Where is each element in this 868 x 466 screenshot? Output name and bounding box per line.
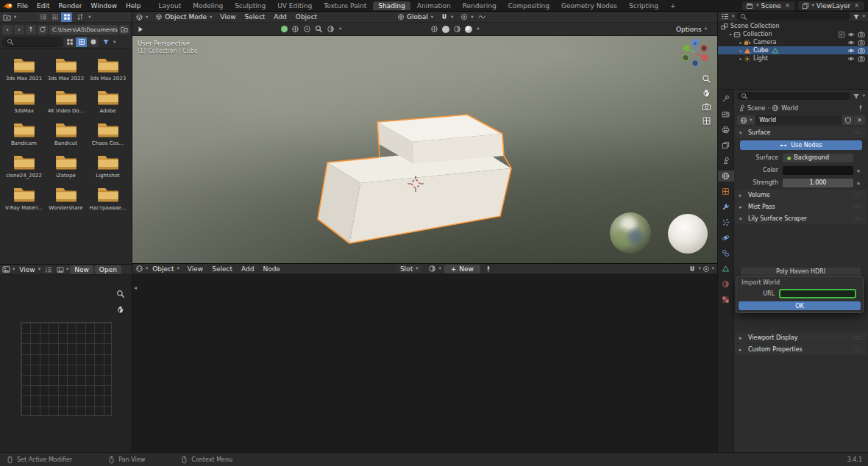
folder-item[interactable]: 4K Video Do...: [46, 88, 87, 114]
expand-icon[interactable]: ▾: [728, 32, 733, 37]
folder-item[interactable]: Wondershare: [46, 185, 87, 211]
remove-view-layer-button[interactable]: ×: [853, 2, 861, 9]
scene-selector[interactable]: ▾ Scene ×: [742, 1, 794, 10]
properties-tab-render[interactable]: [718, 109, 734, 120]
scene-lights-toggle-icon[interactable]: [281, 26, 288, 32]
cube-object[interactable]: [315, 96, 517, 250]
menu-help[interactable]: Help: [121, 2, 146, 10]
gizmo-toggle-icon[interactable]: [291, 25, 299, 33]
browse-material-icon[interactable]: [428, 265, 436, 273]
menu-view[interactable]: View: [216, 13, 239, 21]
outliner-row-collection[interactable]: ▾ Collection ✓: [718, 30, 868, 38]
breadcrumb-scene[interactable]: Scene: [747, 105, 765, 112]
use-nodes-button[interactable]: Use Nodes: [740, 140, 862, 150]
hide-eye-icon[interactable]: [847, 39, 855, 46]
properties-tab-physics[interactable]: [718, 232, 734, 243]
disable-render-icon[interactable]: [858, 31, 865, 38]
folder-item[interactable]: 3ds Max 2023: [88, 56, 129, 82]
folder-item[interactable]: Chaos Cos...: [88, 121, 129, 146]
pin-icon[interactable]: [857, 104, 864, 112]
workspace-tab-layout[interactable]: Layout: [154, 1, 187, 10]
shader-type-dropdown[interactable]: Object▾: [149, 265, 182, 273]
world-color-swatch[interactable]: [783, 166, 853, 175]
folder-item[interactable]: 3ds Max 2021: [4, 56, 45, 82]
menu-file[interactable]: File: [13, 2, 32, 10]
menu-node[interactable]: Node: [259, 265, 284, 273]
workspace-tab-animation[interactable]: Animation: [412, 1, 456, 10]
properties-tab-scene[interactable]: [718, 155, 734, 166]
editor-type-image-icon[interactable]: [2, 265, 10, 273]
panel-drag-grip[interactable]: ∷∷: [854, 129, 863, 136]
filter-icon[interactable]: [853, 93, 860, 100]
panel-custom-properties-header[interactable]: ▸ Custom Properties ∷∷: [735, 344, 867, 355]
collection-checkbox[interactable]: ✓: [839, 32, 844, 37]
disable-render-icon[interactable]: [858, 39, 865, 46]
strength-field[interactable]: 1.000: [783, 179, 853, 187]
hide-eye-icon[interactable]: [847, 55, 855, 62]
properties-tab-view-layer[interactable]: [718, 140, 734, 151]
workspace-tab-texture-paint[interactable]: Texture Paint: [319, 1, 371, 10]
open-image-button[interactable]: Open: [95, 265, 121, 274]
sort-button[interactable]: [74, 12, 85, 22]
folder-item[interactable]: Bandicam: [4, 121, 45, 146]
thumbnail-size-medium-button[interactable]: [76, 37, 87, 47]
world-name-field[interactable]: World: [755, 115, 842, 125]
url-input[interactable]: [779, 289, 856, 298]
display-horizontal-list-button[interactable]: [49, 12, 60, 22]
folder-item[interactable]: iZotope: [46, 153, 87, 179]
folder-item[interactable]: 3dsMax: [4, 88, 45, 114]
folder-item[interactable]: V-Ray Materi...: [4, 185, 45, 211]
camera-view-icon[interactable]: [702, 102, 711, 112]
menu-edit[interactable]: Edit: [32, 2, 54, 10]
create-directory-button[interactable]: [119, 25, 129, 35]
new-material-button[interactable]: + New: [444, 265, 480, 273]
expand-icon[interactable]: ▸: [738, 40, 744, 45]
editor-type-file-browser-icon[interactable]: [3, 13, 11, 21]
workspace-tab-scripting[interactable]: Scripting: [624, 1, 664, 10]
panel-drag-grip[interactable]: ∷∷: [854, 215, 863, 222]
animate-property-dot[interactable]: ●: [853, 181, 864, 185]
browse-image-icon[interactable]: [57, 266, 64, 273]
collapse-panel-arrow[interactable]: ◂: [134, 284, 137, 291]
filter-button[interactable]: [100, 37, 111, 47]
outliner-row-scene-collection[interactable]: Scene Collection: [718, 22, 868, 30]
expand-icon[interactable]: ▸: [738, 48, 744, 53]
zoom-icon[interactable]: [702, 74, 711, 84]
toggle-ortho-icon[interactable]: [702, 116, 711, 126]
thumbnail-size-large-button[interactable]: [88, 37, 99, 47]
back-button[interactable]: ‹: [2, 25, 13, 35]
outliner-row-cube[interactable]: ▸ Cube: [718, 46, 868, 54]
menu-view[interactable]: View: [184, 265, 207, 273]
menu-view[interactable]: View▾: [16, 265, 43, 274]
properties-tab-object[interactable]: [718, 186, 734, 197]
folder-item[interactable]: clone24_2022: [4, 153, 45, 179]
thumbnail-size-small-button[interactable]: [64, 37, 75, 47]
overlays-icon[interactable]: [702, 265, 710, 273]
properties-tab-texture[interactable]: [718, 294, 734, 305]
panel-surface-header[interactable]: ▾ Surface ∷∷: [735, 127, 867, 138]
workspace-tab-geometry-nodes[interactable]: Geometry Nodes: [556, 1, 622, 10]
hide-eye-icon[interactable]: [847, 31, 855, 38]
properties-tab-modifiers[interactable]: [718, 201, 734, 212]
folder-item[interactable]: Bandicut: [46, 121, 87, 146]
editor-type-3d-viewport-icon[interactable]: [135, 13, 143, 21]
viewport-shading-solid-icon[interactable]: [442, 26, 449, 33]
menu-window[interactable]: Window: [87, 2, 122, 10]
display-thumbnails-button[interactable]: [61, 12, 72, 22]
menu-add[interactable]: Add: [270, 13, 290, 21]
pan-hand-icon[interactable]: [116, 305, 125, 314]
disable-render-icon[interactable]: [858, 55, 865, 62]
navigation-gizmo[interactable]: z: [679, 37, 711, 69]
new-image-button[interactable]: New: [70, 265, 93, 274]
workspace-tab-compositing[interactable]: Compositing: [503, 1, 555, 10]
xray-toggle-icon[interactable]: [327, 25, 335, 33]
panel-mist-pass-header[interactable]: ▸ Mist Pass ∷∷: [735, 201, 867, 212]
hide-eye-icon[interactable]: [847, 47, 855, 54]
menu-object[interactable]: Object: [292, 13, 321, 21]
viewport-canvas[interactable]: User Perspective (1) Collection | Cube z: [132, 36, 717, 263]
material-slot-dropdown[interactable]: Slot▾: [396, 265, 423, 273]
menu-select[interactable]: Select: [208, 265, 236, 273]
properties-tab-material[interactable]: [718, 279, 734, 290]
menu-select[interactable]: Select: [241, 13, 269, 21]
poly-haven-button[interactable]: Poly Haven HDRI: [740, 267, 861, 276]
